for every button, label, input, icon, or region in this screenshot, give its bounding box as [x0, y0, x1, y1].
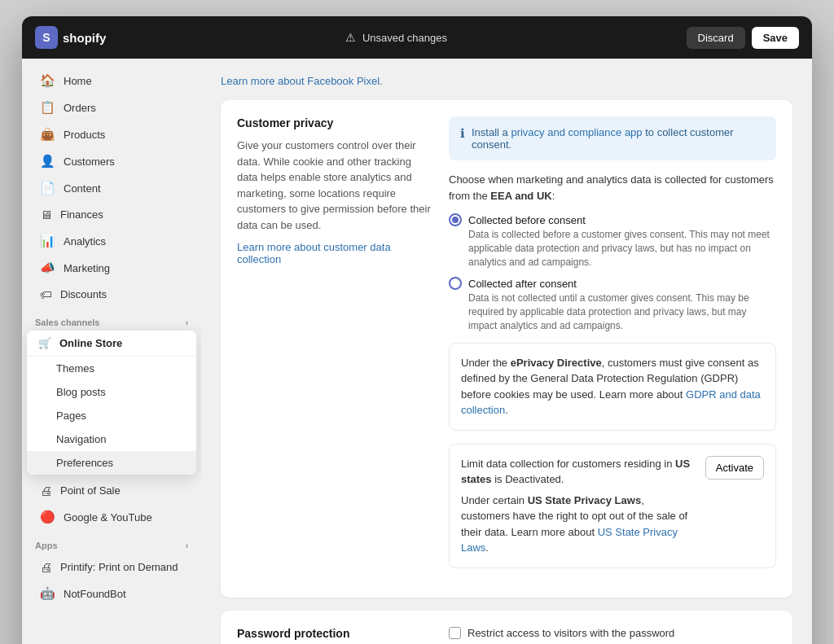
- sidebar-label-finances: Finances: [60, 208, 103, 221]
- marketing-icon: 📣: [40, 261, 55, 275]
- sidebar-item-finances[interactable]: 🖥 Finances: [27, 202, 196, 227]
- apps-label: Apps: [35, 541, 58, 550]
- topbar: S shopify ⚠ Unsaved changes Discard Save: [22, 16, 812, 59]
- activate-button[interactable]: Activate: [705, 456, 764, 480]
- password-left: Password protection Limit who can access…: [237, 627, 432, 644]
- submenu-label-blog-posts: Blog posts: [56, 386, 106, 398]
- google-youtube-icon: 🔴: [40, 510, 55, 524]
- submenu-label-preferences: Preferences: [56, 457, 113, 469]
- logo: S shopify: [35, 26, 106, 49]
- sidebar-item-marketing[interactable]: 📣 Marketing: [27, 255, 196, 281]
- app-window: S shopify ⚠ Unsaved changes Discard Save…: [22, 16, 812, 644]
- sidebar-label-products: Products: [64, 129, 105, 141]
- online-store-icon: 🛒: [38, 337, 51, 349]
- radio-before-desc: Data is collected before a customer give…: [468, 228, 776, 269]
- sidebar-label-pos: Point of Sale: [60, 484, 121, 497]
- analytics-icon: 📊: [40, 234, 55, 248]
- sidebar-label-customers: Customers: [64, 156, 115, 168]
- compliance-app-link[interactable]: privacy and compliance app: [511, 126, 642, 138]
- apps-section: Apps ›: [22, 531, 201, 554]
- us-state-laws-link[interactable]: US State Privacy Laws: [461, 526, 678, 554]
- sidebar-item-customers[interactable]: 👤 Customers: [27, 148, 196, 174]
- eprivacy-box: Under the ePrivacy Directive, customers …: [449, 343, 776, 431]
- submenu-item-preferences[interactable]: Preferences: [27, 451, 196, 475]
- us-state-text: Limit data collection for customers resi…: [461, 456, 696, 556]
- topbar-actions: Discard Save: [687, 27, 799, 49]
- sidebar-item-discounts[interactable]: 🏷 Discounts: [27, 282, 196, 307]
- sidebar-label-discounts: Discounts: [60, 288, 107, 300]
- chevron-right-icon: ›: [186, 318, 188, 327]
- apps-chevron-icon: ›: [186, 541, 188, 550]
- logo-text: shopify: [63, 31, 106, 45]
- radio-before-circle[interactable]: [449, 213, 462, 226]
- online-store-label: Online Store: [59, 337, 122, 349]
- submenu-item-themes[interactable]: Themes: [27, 357, 196, 380]
- sidebar-label-content: Content: [64, 182, 101, 195]
- customer-privacy-left: Customer privacy Give your customers con…: [237, 116, 432, 581]
- sidebar-item-orders[interactable]: 📋 Orders: [27, 94, 196, 120]
- restrict-checkbox[interactable]: [449, 627, 461, 639]
- online-store-submenu: 🛒 Online Store Themes Blog posts Pages N…: [22, 331, 201, 475]
- sidebar-label-printify: Printify: Print on Demand: [60, 561, 178, 573]
- sidebar-label-home: Home: [64, 75, 92, 87]
- submenu-item-blog-posts[interactable]: Blog posts: [27, 380, 196, 404]
- online-store-header[interactable]: 🛒 Online Store: [27, 331, 196, 357]
- sidebar-label-notfoundbot: NotFoundBot: [64, 588, 126, 600]
- sidebar-item-google-youtube[interactable]: 🔴 Google & YouTube: [27, 504, 196, 530]
- privacy-info-box: ℹ Install a privacy and compliance app t…: [449, 116, 776, 160]
- eea-uk-desc: Choose when marketing and analytics data…: [449, 172, 776, 204]
- submenu-label-themes: Themes: [56, 362, 94, 375]
- sidebar-item-point-of-sale[interactable]: 🖨 Point of Sale: [27, 478, 196, 503]
- gdpr-link[interactable]: GDPR and data collection: [461, 388, 761, 417]
- info-box-text: Install a privacy and compliance app to …: [472, 126, 765, 151]
- sidebar-item-home[interactable]: 🏠 Home: [27, 68, 196, 94]
- sidebar-item-content[interactable]: 📄 Content: [27, 175, 196, 201]
- save-button[interactable]: Save: [752, 27, 799, 49]
- radio-before-consent: Collected before consent Data is collect…: [449, 213, 776, 269]
- content-icon: 📄: [40, 181, 55, 195]
- submenu-label-navigation: Navigation: [56, 433, 106, 445]
- customer-privacy-right: ℹ Install a privacy and compliance app t…: [449, 116, 776, 581]
- orders-icon: 📋: [40, 100, 55, 115]
- sidebar: 🏠 Home 📋 Orders 👜 Products 👤 Customers 📄…: [22, 59, 201, 644]
- radio-before-label: Collected before consent: [468, 214, 586, 226]
- sidebar-label-google-youtube: Google & YouTube: [64, 511, 152, 524]
- radio-after-circle[interactable]: [449, 277, 462, 290]
- sidebar-item-printify[interactable]: 🖨 Printify: Print on Demand: [27, 554, 196, 580]
- finances-icon: 🖥: [40, 208, 52, 221]
- password-title: Password protection: [237, 627, 432, 640]
- topbar-center: ⚠ Unsaved changes: [106, 31, 686, 44]
- customers-icon: 👤: [40, 154, 55, 169]
- shopify-logo-icon: S: [35, 26, 58, 49]
- main-content: Learn more about Facebook Pixel. Custome…: [201, 59, 812, 644]
- us-state-box: Limit data collection for customers resi…: [449, 444, 776, 568]
- submenu-item-navigation[interactable]: Navigation: [27, 427, 196, 451]
- password-right: Restrict access to visitors with the pas…: [449, 627, 776, 644]
- sidebar-label-marketing: Marketing: [64, 262, 110, 274]
- online-store-dropdown: 🛒 Online Store Themes Blog posts Pages N…: [27, 331, 196, 475]
- submenu-item-pages[interactable]: Pages: [27, 404, 196, 427]
- main-layout: 🏠 Home 📋 Orders 👜 Products 👤 Customers 📄…: [22, 59, 812, 644]
- warning-icon: ⚠: [345, 31, 356, 44]
- sidebar-item-products[interactable]: 👜 Products: [27, 121, 196, 147]
- submenu-label-pages: Pages: [56, 410, 86, 422]
- customer-privacy-title: Customer privacy: [237, 116, 432, 129]
- info-icon: ℹ: [460, 126, 465, 141]
- customer-privacy-layout: Customer privacy Give your customers con…: [237, 116, 776, 581]
- sales-channels-section: Sales channels ›: [22, 308, 201, 331]
- unsaved-label: Unsaved changes: [362, 32, 447, 44]
- sales-channels-label: Sales channels: [35, 318, 100, 327]
- sidebar-label-analytics: Analytics: [64, 235, 106, 248]
- radio-group: Collected before consent Data is collect…: [449, 213, 776, 333]
- discard-button[interactable]: Discard: [687, 27, 745, 49]
- customer-privacy-desc: Give your customers control over their d…: [237, 138, 432, 233]
- products-icon: 👜: [40, 127, 55, 142]
- facebook-pixel-section: Learn more about Facebook Pixel.: [221, 75, 792, 87]
- restrict-access-row: Restrict access to visitors with the pas…: [449, 627, 776, 639]
- sidebar-item-notfoundbot[interactable]: 🤖 NotFoundBot: [27, 580, 196, 607]
- sidebar-item-analytics[interactable]: 📊 Analytics: [27, 228, 196, 254]
- customer-privacy-card: Customer privacy Give your customers con…: [221, 100, 792, 598]
- customer-data-link[interactable]: Learn more about customer data collectio…: [237, 241, 391, 265]
- radio-after-desc: Data is not collected until a customer g…: [468, 291, 776, 332]
- facebook-pixel-link[interactable]: Learn more about Facebook Pixel.: [221, 75, 383, 87]
